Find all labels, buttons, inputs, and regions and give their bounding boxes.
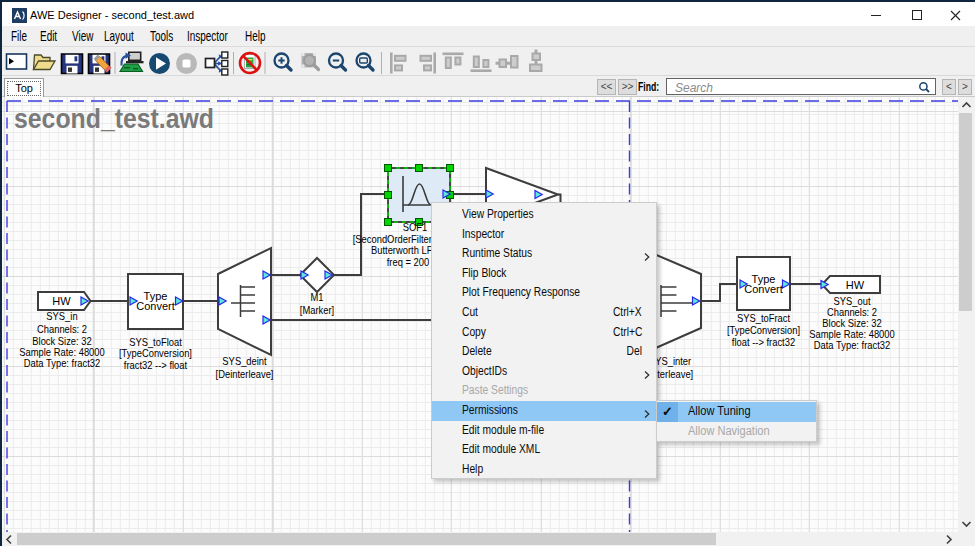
svg-text:fract32 --> float: fract32 --> float [124, 360, 188, 371]
svg-text:Block Size: 32: Block Size: 32 [822, 317, 881, 328]
svg-text:Channels: 2: Channels: 2 [827, 306, 877, 317]
svg-text:Data Type: fract32: Data Type: fract32 [814, 339, 890, 350]
svg-text:HW: HW [52, 295, 71, 307]
svg-text:SYS_toFract: SYS_toFract [737, 312, 790, 323]
svg-text:Sample Rate: 48000: Sample Rate: 48000 [809, 328, 895, 339]
svg-text:float --> fract32: float --> fract32 [732, 336, 795, 347]
svg-text:HW: HW [846, 279, 865, 291]
svg-text:Channels: 2: Channels: 2 [37, 323, 87, 334]
svg-text:SYS_in: SYS_in [46, 311, 77, 322]
svg-text:SOF1: SOF1 [403, 222, 428, 233]
svg-text:Block Size: 32: Block Size: 32 [32, 335, 91, 346]
svg-text:Sample Rate: 48000: Sample Rate: 48000 [19, 346, 105, 357]
svg-text:[Deinterleave]: [Deinterleave] [216, 368, 274, 379]
svg-text:M1: M1 [311, 292, 324, 303]
svg-text:[TypeConversion]: [TypeConversion] [727, 324, 800, 335]
svg-text:SYS_deint: SYS_deint [222, 356, 267, 367]
svg-text:Data Type: fract32: Data Type: fract32 [24, 358, 100, 369]
svg-text:Convert: Convert [744, 283, 783, 295]
svg-text:[TypeConversion]: [TypeConversion] [119, 348, 192, 359]
svg-text:SYS_out: SYS_out [833, 295, 870, 306]
svg-text:Convert: Convert [136, 300, 175, 312]
svg-text:second_test.awd: second_test.awd [14, 104, 214, 134]
svg-text:[Marker]: [Marker] [300, 304, 335, 315]
svg-text:SYS_toFloat: SYS_toFloat [129, 336, 182, 347]
